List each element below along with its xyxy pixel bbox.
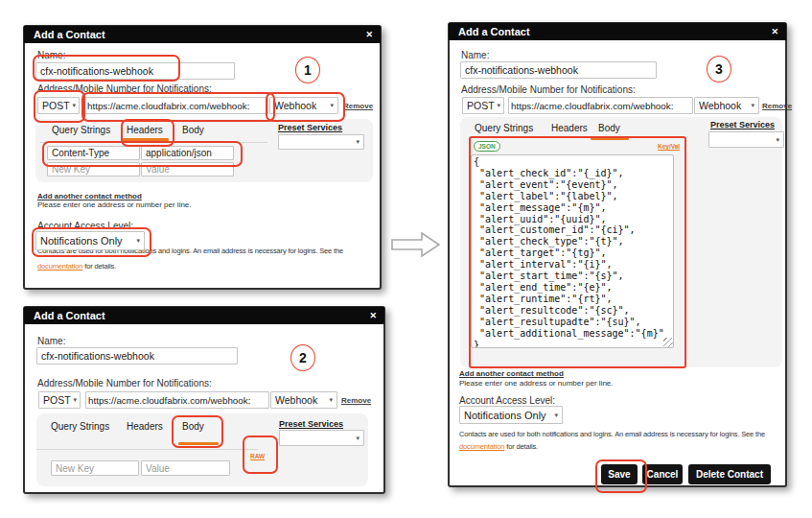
tab-body[interactable]: Body (598, 123, 620, 133)
flow-arrow-icon (391, 231, 441, 258)
access-level-select[interactable]: Notifications Only ▾ (459, 406, 563, 424)
chevron-down-icon: ▾ (751, 102, 754, 109)
chevron-down-icon: ▾ (498, 102, 501, 109)
http-method-select[interactable]: POST ▾ (38, 391, 81, 409)
add-contact-dialog-step1: Add a Contact ✕ 1 Name: Address/Mobile N… (23, 25, 382, 290)
tabs-divider (40, 142, 267, 143)
tab-query-strings[interactable]: Query Strings (52, 125, 110, 135)
dialog-title: Add a Contact (458, 26, 530, 37)
add-another-contact-link[interactable]: Add another contact method (37, 192, 142, 200)
chevron-down-icon: ▾ (329, 396, 333, 404)
add-contact-dialog-step2: Add a Contact ✕ 2 Name: Address/Mobile N… (23, 306, 385, 494)
preset-services-select[interactable]: ▾ (278, 134, 364, 150)
chevron-down-icon: ▾ (554, 412, 558, 419)
name-label: Name: (461, 50, 489, 60)
per-line-note: Please enter one address or number per l… (459, 379, 614, 388)
tab-body[interactable]: Body (182, 125, 204, 135)
preset-services-select[interactable]: ▾ (279, 430, 364, 446)
preset-services-label: Preset Services (279, 419, 343, 429)
name-input[interactable] (460, 61, 657, 79)
active-tab-underline (123, 138, 169, 141)
add-contact-dialog-step3: Add a Contact ✕ 3 Name: Address/Mobile N… (448, 22, 787, 487)
chevron-down-icon: ▾ (74, 396, 78, 404)
contact-type-select[interactable]: Webhook ▾ (269, 97, 338, 114)
preset-services-select[interactable]: ▾ (708, 131, 784, 148)
name-input[interactable] (36, 347, 238, 365)
new-key-input[interactable] (47, 162, 140, 177)
json-format-badge: JSON (474, 141, 500, 152)
tabs-divider (36, 449, 258, 450)
dialog-titlebar[interactable]: Add a Contact ✕ (24, 307, 384, 324)
preset-services-label: Preset Services (710, 120, 775, 130)
tab-headers[interactable]: Headers (551, 123, 588, 133)
address-label: Address/Mobile Number for Notifications: (461, 84, 636, 95)
dialog-title: Add a Contact (34, 310, 105, 321)
per-line-note: Please enter one address or number per l… (37, 200, 192, 209)
tab-query-strings[interactable]: Query Strings (475, 123, 533, 133)
dialog-titlebar[interactable]: Add a Contact ✕ (449, 23, 786, 40)
cancel-button[interactable]: Cancel (642, 464, 683, 484)
webhook-url-input[interactable] (508, 97, 693, 114)
body-json-textarea[interactable]: { "alert_check_id":"{_id}", "alert_event… (471, 154, 674, 348)
save-button[interactable]: Save (601, 464, 638, 484)
new-value-input[interactable] (141, 460, 230, 476)
remove-link[interactable]: Remove (343, 102, 373, 110)
contact-type-select[interactable]: Webhook ▾ (270, 391, 337, 409)
documentation-link[interactable]: documentation (37, 262, 82, 271)
access-level-select[interactable]: Notifications Only ▾ (35, 231, 145, 250)
keyval-toggle-link[interactable]: Key/Val (658, 143, 680, 150)
chevron-down-icon: ▾ (356, 435, 360, 442)
tab-headers[interactable]: Headers (127, 125, 163, 135)
tab-query-strings[interactable]: Query Strings (51, 421, 109, 432)
chevron-down-icon: ▾ (73, 102, 77, 109)
new-key-input[interactable] (51, 460, 139, 476)
address-label: Address/Mobile Number for Notifications: (37, 83, 212, 94)
add-another-contact-link[interactable]: Add another contact method (459, 369, 564, 378)
webhook-url-input[interactable] (84, 97, 268, 114)
preset-services-label: Preset Services (278, 123, 342, 132)
http-method-select[interactable]: POST ▾ (37, 97, 80, 114)
name-label: Name: (37, 336, 65, 346)
close-icon[interactable]: ✕ (771, 23, 778, 40)
documentation-note: documentation for details. (459, 442, 538, 451)
http-method-select[interactable]: POST ▾ (462, 97, 504, 114)
tab-headers[interactable]: Headers (127, 421, 163, 432)
header-value-input[interactable] (141, 146, 234, 160)
dialog-title: Add a Contact (34, 29, 105, 40)
chevron-down-icon: ▾ (776, 136, 779, 144)
remove-link[interactable]: Remove (762, 102, 792, 110)
active-tab-underline (591, 137, 629, 140)
tab-body[interactable]: Body (182, 421, 204, 432)
webhook-url-input[interactable] (85, 391, 269, 409)
contact-type-select[interactable]: Webhook ▾ (694, 97, 759, 114)
close-icon[interactable]: ✕ (369, 307, 377, 324)
step-badge-3: 3 (707, 56, 731, 82)
header-key-input[interactable] (47, 146, 140, 160)
step-badge-2: 2 (290, 344, 315, 371)
name-label: Name: (37, 50, 65, 60)
documentation-link[interactable]: documentation (459, 442, 504, 451)
chevron-down-icon: ▾ (356, 138, 360, 146)
name-input[interactable] (35, 62, 235, 80)
resize-handle-icon[interactable] (663, 338, 673, 347)
step-badge-1: 1 (295, 57, 320, 83)
remove-link[interactable]: Remove (341, 396, 371, 405)
address-label: Address/Mobile Number for Notifications: (37, 378, 212, 388)
raw-toggle-link[interactable]: RAW (250, 453, 265, 459)
contacts-note: Contacts are used for both notifications… (459, 430, 765, 438)
documentation-note: documentation for details. (37, 262, 116, 271)
close-icon[interactable]: ✕ (365, 26, 373, 43)
dialog-titlebar[interactable]: Add a Contact ✕ (24, 26, 381, 43)
chevron-down-icon: ▾ (136, 237, 140, 245)
access-level-label: Account Access Level: (459, 395, 555, 406)
active-tab-underline (178, 442, 219, 445)
new-value-input[interactable] (141, 162, 234, 177)
access-level-label: Account Access Level: (37, 221, 133, 231)
delete-contact-button[interactable]: Delete Contact (688, 464, 771, 484)
chevron-down-icon: ▾ (330, 102, 334, 109)
